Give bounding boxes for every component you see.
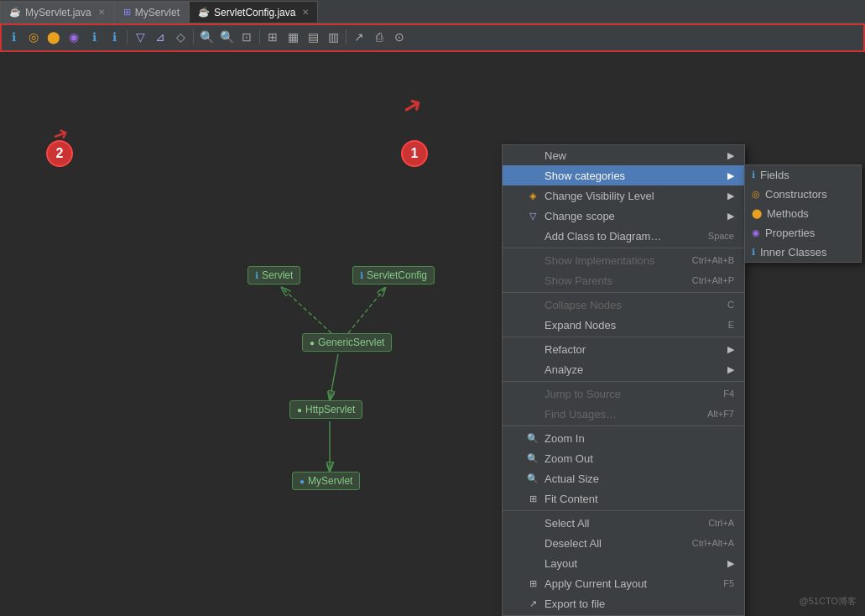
- collapse-icon: [526, 298, 539, 311]
- submenu-properties-label: Properties: [765, 227, 815, 239]
- show-parents-icon: [526, 274, 539, 287]
- menu-find-usages-label: Find Usages…: [545, 408, 702, 420]
- toolbar-btn-actual-size[interactable]: ⊡: [237, 28, 256, 46]
- menu-item-fit-content[interactable]: ⊞ Fit Content: [503, 488, 744, 509]
- node-myservlet[interactable]: ● MyServlet: [292, 472, 360, 490]
- new-icon: [526, 149, 539, 162]
- node-servletconfig[interactable]: ℹ ServletConfig: [352, 266, 435, 285]
- node-httpservlet[interactable]: ● HttpServlet: [289, 400, 362, 419]
- tab-close[interactable]: ✕: [98, 8, 105, 17]
- menu-change-scope-label: Change scope: [545, 210, 722, 222]
- menu-item-add-class[interactable]: Add Class to Diagram… Space: [503, 226, 744, 246]
- menu-item-actual-size[interactable]: 🔍 Actual Size: [503, 468, 744, 488]
- menu-zoom-out-label: Zoom Out: [545, 452, 734, 465]
- change-visibility-icon: ◈: [526, 189, 539, 202]
- menu-zoom-in-label: Zoom In: [545, 432, 734, 445]
- submenu-inner-classes[interactable]: ℹ Inner Classes: [745, 243, 861, 262]
- layout-arrow: ▶: [727, 558, 734, 569]
- refactor-arrow: ▶: [727, 344, 734, 355]
- menu-refactor-label: Refactor: [545, 343, 722, 356]
- add-class-shortcut: Space: [708, 231, 734, 241]
- menu-item-refactor[interactable]: Refactor ▶: [503, 339, 744, 359]
- menu-jump-source-label: Jump to Source: [545, 388, 718, 400]
- show-impl-shortcut: Ctrl+Alt+B: [692, 255, 734, 265]
- menu-item-zoom-out[interactable]: 🔍 Zoom Out: [503, 448, 744, 468]
- toolbar-btn-constructors[interactable]: ◎: [24, 28, 43, 46]
- node-httpservlet-label: HttpServlet: [305, 404, 355, 415]
- menu-item-layout[interactable]: Layout ▶: [503, 553, 744, 573]
- menu-item-change-scope[interactable]: ▽ Change scope ▶: [503, 206, 744, 226]
- tab-servletconfig-java[interactable]: ☕ ServletConfig.java ✕: [189, 1, 318, 23]
- tab-myservlet[interactable]: ⊞ MyServlet: [114, 1, 189, 23]
- export-icon: ↗: [526, 597, 539, 610]
- menu-collapse-label: Collapse Nodes: [545, 299, 722, 311]
- fit-content-icon: ⊞: [526, 492, 539, 505]
- new-arrow: ▶: [727, 150, 734, 161]
- refactor-icon: [526, 342, 539, 356]
- toolbar-btn-19[interactable]: ⊙: [390, 28, 409, 46]
- toolbar-sep-1: [127, 29, 128, 44]
- toolbar-btn-fit[interactable]: ⊞: [263, 28, 282, 46]
- annotation-2: 2: [46, 140, 73, 167]
- submenu-methods[interactable]: ⬤ Methods: [745, 204, 861, 223]
- submenu-constructors[interactable]: ◎ Constructors: [745, 185, 861, 204]
- menu-item-jump-source: Jump to Source F4: [503, 384, 744, 404]
- toolbar-btn-methods[interactable]: ⬤: [44, 28, 63, 46]
- submenu-properties[interactable]: ◉ Properties: [745, 223, 861, 243]
- toolbar-btn-export[interactable]: ↗: [350, 28, 368, 46]
- constructors-icon: ◎: [752, 189, 760, 200]
- inner-classes-icon: ℹ: [752, 247, 755, 258]
- toolbar-btn-filter2[interactable]: ⊿: [151, 28, 169, 46]
- servlet-icon: ℹ: [255, 270, 258, 281]
- menu-item-change-visibility[interactable]: ◈ Change Visibility Level ▶: [503, 185, 744, 206]
- toolbar-sep-3: [259, 29, 260, 44]
- apply-layout-shortcut: F5: [723, 578, 734, 588]
- menu-item-deselect-all[interactable]: Deselect All Ctrl+Alt+A: [503, 533, 744, 553]
- toolbar-btn-filter[interactable]: ▽: [131, 28, 149, 46]
- toolbar: ℹ ◎ ⬤ ◉ ℹ ℹ ▽ ⊿ ◇ 🔍 🔍 ⊡ ⊞ ▦ ▤ ▥ ↗ ⎙ ⊙: [0, 23, 865, 52]
- apply-layout-icon: ⊞: [526, 577, 539, 590]
- find-usages-shortcut: Alt+F7: [707, 409, 734, 419]
- analyze-arrow: ▶: [727, 364, 734, 375]
- toolbar-btn-9[interactable]: ◇: [171, 28, 190, 46]
- collapse-shortcut: C: [727, 300, 734, 310]
- servletconfig-icon: ℹ: [360, 270, 363, 281]
- layout-icon: [526, 556, 539, 570]
- menu-item-apply-layout[interactable]: ⊞ Apply Current Layout F5: [503, 573, 744, 593]
- change-scope-icon: ▽: [526, 209, 539, 222]
- tab-close[interactable]: ✕: [302, 8, 309, 17]
- java-icon: ☕: [198, 7, 210, 18]
- toolbar-btn-inner[interactable]: ℹ: [105, 28, 123, 46]
- menu-item-zoom-in[interactable]: 🔍 Zoom In: [503, 428, 744, 448]
- toolbar-btn-16[interactable]: ▥: [324, 28, 342, 46]
- show-parents-shortcut: Ctrl+Alt+P: [692, 275, 734, 285]
- tab-bar: ☕ MyServlet.java ✕ ⊞ MyServlet ☕ Servlet…: [0, 0, 865, 23]
- toolbar-btn-15[interactable]: ▤: [304, 28, 322, 46]
- menu-item-analyze[interactable]: Analyze ▶: [503, 359, 744, 379]
- menu-item-export[interactable]: ↗ Export to file: [503, 593, 744, 613]
- toolbar-btn-14[interactable]: ▦: [284, 28, 302, 46]
- node-genericservlet[interactable]: ● GenericServlet: [302, 333, 392, 352]
- menu-item-find-usages: Find Usages… Alt+F7: [503, 404, 744, 424]
- toolbar-btn-zoom-in[interactable]: 🔍: [197, 28, 216, 46]
- select-all-shortcut: Ctrl+A: [708, 518, 734, 528]
- menu-item-expand[interactable]: Expand Nodes E: [503, 315, 744, 335]
- tab-myservlet-java[interactable]: ☕ MyServlet.java ✕: [0, 1, 114, 23]
- toolbar-btn-zoom-out[interactable]: 🔍: [217, 28, 236, 46]
- menu-item-show-categories[interactable]: Show categories ▶ ℹ Fields ◎ Constructor…: [503, 165, 744, 185]
- properties-icon: ◉: [752, 227, 760, 238]
- deselect-all-shortcut: Ctrl+Alt+A: [692, 538, 734, 548]
- node-servlet-label: Servlet: [262, 269, 293, 281]
- toolbar-btn-properties[interactable]: ◉: [65, 28, 83, 46]
- menu-analyze-label: Analyze: [545, 363, 722, 376]
- menu-item-new[interactable]: New ▶: [503, 145, 744, 165]
- menu-item-select-all[interactable]: Select All Ctrl+A: [503, 513, 744, 533]
- toolbar-btn-print[interactable]: ⎙: [370, 28, 388, 46]
- node-servlet[interactable]: ℹ Servlet: [248, 266, 300, 285]
- submenu-show-categories: ℹ Fields ◎ Constructors ⬤ Methods ◉ Prop…: [744, 164, 862, 263]
- toolbar-btn-info2[interactable]: ℹ: [85, 28, 103, 46]
- toolbar-btn-info[interactable]: ℹ: [4, 28, 23, 46]
- menu-item-show-impl: Show Implementations Ctrl+Alt+B: [503, 250, 744, 270]
- submenu-fields[interactable]: ℹ Fields: [745, 165, 861, 185]
- submenu-constructors-label: Constructors: [765, 188, 827, 201]
